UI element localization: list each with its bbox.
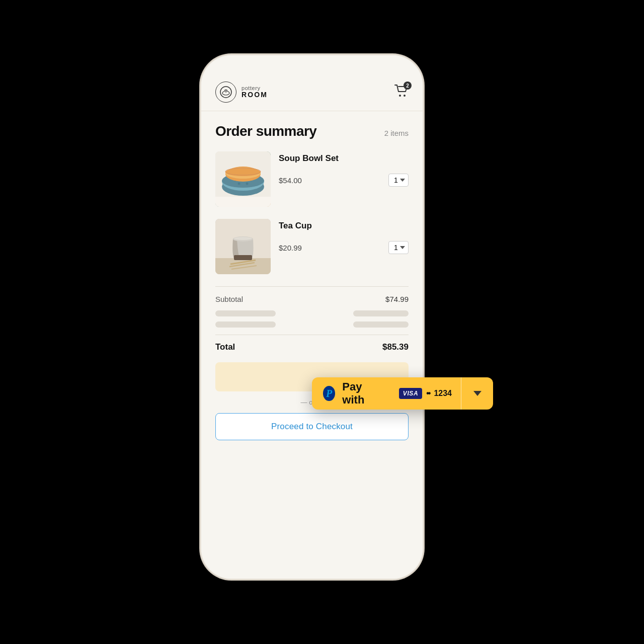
svg-point-23 (234, 237, 252, 240)
cart-item-tea-cup: Tea Cup $20.99 1 2 3 (215, 219, 409, 274)
cart-item-soup-bowl: Soup Bowl Set $54.00 1 2 3 (215, 151, 409, 207)
item-image-soup-bowl (215, 151, 271, 207)
proceed-to-checkout-button[interactable]: Proceed to Checkout (215, 413, 409, 440)
paypal-expand-button[interactable] (461, 377, 493, 410)
svg-point-13 (246, 183, 249, 185)
item-name-soup-bowl: Soup Bowl Set (279, 153, 409, 164)
item-details-soup-bowl: Soup Bowl Set $54.00 1 2 3 (279, 151, 409, 187)
items-divider (215, 286, 409, 287)
skeleton-bar-right-2 (353, 321, 409, 328)
skeleton-bar-right-1 (353, 310, 409, 316)
total-label: Total (215, 342, 235, 352)
svg-rect-18 (215, 197, 271, 207)
skeleton-bar-left-1 (215, 310, 276, 316)
svg-point-3 (399, 95, 401, 97)
quantity-select-soup-bowl[interactable]: 1 2 3 (388, 174, 409, 187)
paypal-pay-with-label: Pay with (342, 380, 378, 407)
chevron-down-icon (473, 391, 481, 396)
item-details-tea-cup: Tea Cup $20.99 1 2 3 (279, 219, 409, 254)
skeleton-row-1 (215, 310, 409, 316)
paypal-floating-button[interactable]: P Pay with VISA •• 1234 (312, 377, 493, 410)
skeleton-row-2 (215, 321, 409, 328)
svg-point-4 (404, 95, 406, 97)
content-area: Order summary 2 items (201, 111, 423, 579)
skeleton-rows (215, 310, 409, 328)
card-last4: 1234 (434, 389, 452, 398)
cart-button[interactable]: 2 (394, 85, 409, 100)
item-price-soup-bowl: $54.00 (279, 176, 302, 185)
subtotal-label: Subtotal (215, 295, 243, 303)
item-image-tea-cup (215, 219, 271, 274)
item-price-row-soup-bowl: $54.00 1 2 3 (279, 174, 409, 187)
order-header: Order summary 2 items (215, 123, 409, 139)
paypal-logo: P (323, 386, 335, 401)
header: pottery ROOM 2 (201, 55, 423, 111)
paypal-left-section: P Pay with (312, 380, 390, 407)
total-row: Total $85.39 (215, 342, 409, 352)
subtotal-row: Subtotal $74.99 (215, 295, 409, 303)
total-divider (215, 335, 409, 335)
item-name-tea-cup: Tea Cup (279, 221, 409, 231)
svg-point-2 (225, 91, 227, 93)
brand-bottom: ROOM (242, 91, 268, 99)
logo: pottery ROOM (215, 82, 268, 103)
cart-badge: 2 (404, 82, 412, 90)
total-value: $85.39 (382, 342, 409, 352)
card-dots: •• (426, 389, 430, 398)
skeleton-bar-left-2 (215, 321, 276, 328)
item-price-tea-cup: $20.99 (279, 244, 302, 252)
logo-icon (215, 82, 236, 103)
visa-badge: VISA (399, 388, 422, 399)
svg-rect-20 (215, 258, 271, 274)
item-price-row-tea-cup: $20.99 1 2 3 (279, 241, 409, 254)
quantity-select-tea-cup[interactable]: 1 2 3 (388, 241, 409, 254)
subtotal-value: $74.99 (385, 295, 409, 303)
logo-text: pottery ROOM (242, 85, 268, 99)
svg-rect-21 (234, 255, 252, 260)
paypal-card-info: VISA •• 1234 (390, 388, 461, 399)
order-title: Order summary (215, 123, 316, 139)
svg-point-12 (238, 183, 240, 185)
item-count: 2 items (384, 129, 409, 137)
